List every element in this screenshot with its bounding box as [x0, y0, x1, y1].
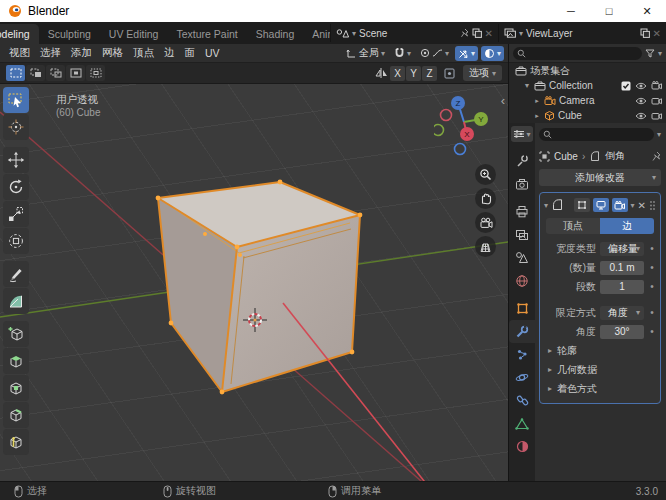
tab-object[interactable] — [509, 297, 535, 320]
drag-handle-icon[interactable] — [649, 200, 656, 211]
editor-type-button[interactable]: ▾ — [511, 126, 533, 142]
tool-inset[interactable] — [3, 375, 29, 401]
modifier-extras-icon[interactable]: ▾ — [631, 201, 635, 210]
tab-sculpting[interactable]: Sculpting — [39, 24, 100, 44]
tab-shading[interactable]: Shading — [247, 24, 304, 44]
render-display-toggle[interactable] — [612, 198, 628, 212]
tab-view-layer[interactable] — [509, 223, 535, 246]
camera-view-button[interactable] — [475, 212, 496, 233]
checkbox-icon[interactable] — [621, 81, 631, 91]
new-viewlayer-icon[interactable] — [640, 28, 650, 38]
tab-output[interactable] — [509, 200, 535, 223]
section-profile[interactable]: ▸ 轮廓 — [544, 342, 656, 359]
render-visibility-icon[interactable] — [651, 81, 662, 90]
viewlayer-selector[interactable]: ▾ ViewLayer ✕ — [498, 24, 666, 42]
tab-animation[interactable]: Animation — [303, 24, 330, 44]
animate-dot-icon[interactable]: • — [648, 243, 656, 254]
pin-icon[interactable] — [651, 151, 661, 162]
minimize-button[interactable]: ─ — [552, 0, 590, 22]
segments-input[interactable]: 1 — [600, 280, 644, 294]
tab-scene[interactable] — [509, 246, 535, 269]
cube-mesh[interactable] — [156, 180, 363, 395]
gizmo-neg-z[interactable] — [455, 144, 466, 155]
outliner-row-camera[interactable]: ▸ Camera — [509, 93, 666, 108]
close-button[interactable]: ✕ — [628, 0, 666, 22]
navigation-gizmo[interactable]: Z Y X — [434, 90, 496, 156]
animate-dot-icon[interactable]: • — [648, 307, 656, 318]
tab-texture-paint[interactable]: Texture Paint — [167, 24, 246, 44]
render-visibility-icon[interactable] — [651, 111, 662, 120]
tab-material[interactable] — [509, 435, 535, 458]
remove-modifier-icon[interactable]: ✕ — [638, 200, 646, 211]
shading-mode-toggle[interactable]: ▾ — [481, 46, 504, 61]
collapse-sidebar-icon[interactable]: ‹ — [501, 96, 505, 106]
menu-view[interactable]: 视图 — [4, 46, 35, 60]
tool-measure[interactable] — [3, 288, 29, 314]
angle-input[interactable]: 30° — [600, 325, 644, 339]
realtime-display-toggle[interactable] — [593, 198, 609, 212]
proportional-edit-toggle[interactable]: ▾ — [417, 46, 452, 61]
tool-rotate[interactable] — [3, 174, 29, 200]
limit-method-dropdown[interactable]: 角度▾ — [600, 306, 644, 320]
properties-search-input[interactable] — [539, 128, 654, 141]
gizmo-neg-y[interactable] — [434, 125, 444, 136]
outliner-row-cube[interactable]: ▸ Cube — [509, 108, 666, 123]
maximize-button[interactable]: □ — [590, 0, 628, 22]
unlink-scene-icon[interactable]: ✕ — [485, 28, 493, 39]
animate-dot-icon[interactable]: • — [648, 281, 656, 292]
chevron-down-icon[interactable]: ▾ — [657, 130, 661, 139]
tool-bevel[interactable] — [3, 402, 29, 428]
snap-toggle[interactable]: ▾ — [391, 46, 414, 61]
tool-cursor[interactable] — [3, 114, 29, 140]
select-mode-new[interactable] — [6, 65, 25, 81]
gizmo-neg-x[interactable] — [441, 110, 452, 121]
add-modifier-button[interactable]: 添加修改器 ▾ — [539, 169, 661, 186]
tool-transform[interactable] — [3, 228, 29, 254]
outliner-search-input[interactable] — [513, 47, 642, 60]
new-scene-icon[interactable] — [472, 28, 482, 38]
mode-vertices-button[interactable]: 顶点 — [546, 218, 600, 234]
remove-viewlayer-icon[interactable]: ✕ — [653, 28, 661, 39]
eye-icon[interactable] — [635, 112, 647, 120]
menu-edge[interactable]: 边 — [159, 46, 180, 60]
outliner-row-collection[interactable]: ▼ Collection — [509, 78, 666, 93]
tab-world[interactable] — [509, 269, 535, 292]
tab-tool[interactable] — [509, 149, 535, 172]
tab-physics[interactable] — [509, 366, 535, 389]
breadcrumb-object[interactable]: Cube — [554, 151, 578, 162]
outliner-row-scene-collection[interactable]: 场景集合 — [509, 63, 666, 78]
eye-icon[interactable] — [635, 97, 647, 105]
zoom-button[interactable] — [475, 164, 496, 185]
tool-add-cube[interactable] — [3, 321, 29, 347]
render-visibility-icon[interactable] — [651, 96, 662, 105]
tab-uv-editing[interactable]: UV Editing — [100, 24, 168, 44]
tab-object-data[interactable] — [509, 412, 535, 435]
mirror-x-button[interactable]: X — [390, 66, 405, 81]
mirror-y-button[interactable]: Y — [406, 66, 421, 81]
tool-annotate[interactable] — [3, 261, 29, 287]
menu-add[interactable]: 添加 — [66, 46, 97, 60]
pan-button[interactable] — [475, 188, 496, 209]
filter-icon[interactable] — [645, 49, 655, 58]
viewport-canvas[interactable]: 用户透视 (60) Cube — [0, 84, 508, 481]
tab-modifiers[interactable] — [509, 320, 535, 343]
menu-mesh[interactable]: 网格 — [97, 46, 128, 60]
tab-modeling[interactable]: Modeling — [0, 24, 39, 44]
tool-loop-cut[interactable] — [3, 429, 29, 455]
menu-vertex[interactable]: 顶点 — [128, 46, 159, 60]
mirror-z-button[interactable]: Z — [422, 66, 437, 81]
section-geometry[interactable]: ▸ 几何数据 — [544, 361, 656, 378]
width-type-dropdown[interactable]: 偏移量▾ — [600, 242, 644, 256]
mode-edges-button[interactable]: 边 — [600, 218, 654, 234]
menu-select[interactable]: 选择 — [35, 46, 66, 60]
select-mode-invert[interactable] — [66, 65, 85, 81]
transform-orientation-dropdown[interactable]: 全局 ▾ — [343, 46, 388, 61]
pin-icon[interactable] — [460, 28, 469, 38]
tool-extrude[interactable] — [3, 348, 29, 374]
select-mode-extend[interactable] — [26, 65, 45, 81]
toggle-ortho-button[interactable] — [475, 236, 496, 257]
section-shading[interactable]: ▸ 着色方式 — [544, 380, 656, 397]
tool-select-box[interactable] — [3, 87, 29, 113]
tab-render[interactable] — [509, 172, 535, 195]
tab-constraints[interactable] — [509, 389, 535, 412]
